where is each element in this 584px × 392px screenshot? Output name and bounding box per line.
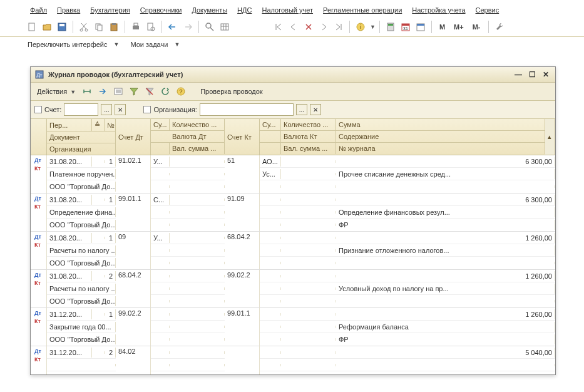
menu-file[interactable]: Файл	[25, 5, 52, 15]
table-row[interactable]: ДтКт31.08.20...1Определение фина...ООО "…	[31, 193, 555, 232]
minimize-button[interactable]: —	[513, 70, 524, 79]
cell-sub-dt	[151, 351, 170, 354]
nav-clear-icon[interactable]	[302, 20, 315, 34]
chevron-down-icon[interactable]: ▼	[114, 41, 120, 48]
menu-catalogs[interactable]: Справочники	[135, 5, 187, 15]
table-row[interactable]: ДтКт31.08.20...2Расчеты по налогу ...ООО…	[31, 270, 555, 308]
table-row[interactable]: ДтКт31.08.20...1Платежное поручен...ООО …	[31, 155, 555, 193]
sort-icon[interactable]: ≙	[92, 119, 105, 131]
actions-button[interactable]: Действия ▼	[34, 86, 78, 96]
memory-m[interactable]: M	[436, 22, 449, 32]
account-clear-button[interactable]: ✕	[115, 104, 126, 115]
col-dt[interactable]: Счет Дт	[116, 119, 151, 155]
redo-icon[interactable]	[181, 20, 195, 34]
cell-num: 2	[105, 348, 116, 358]
col-num[interactable]: №	[105, 119, 116, 131]
filter-bar: Счет: ... ✕ Организация: ... ✕	[31, 101, 555, 119]
grid-body[interactable]: ДтКт31.08.20...1Платежное поручен...ООО …	[31, 155, 555, 374]
cell-sum: 5 040,00	[336, 348, 555, 358]
org-input[interactable]	[200, 103, 294, 116]
filter-icon[interactable]	[127, 85, 141, 98]
switch-interface[interactable]: Переключить интерфейс	[25, 39, 110, 49]
my-tasks[interactable]: Мои задачи	[128, 39, 170, 49]
cal31-icon[interactable]: 31	[399, 20, 412, 34]
nav-last-icon[interactable]	[332, 20, 346, 34]
paste-icon[interactable]	[107, 20, 121, 34]
col-vsum-dt[interactable]: Вал. сумма ...	[170, 143, 225, 154]
open-icon[interactable]	[40, 20, 54, 34]
goto-icon[interactable]	[96, 85, 110, 98]
col-qty2[interactable]: Количество ...	[281, 119, 336, 130]
calendar-icon[interactable]	[414, 20, 428, 34]
memory-mplus[interactable]: M+	[450, 22, 468, 32]
menu-service[interactable]: Сервис	[471, 5, 505, 15]
org-clear-button[interactable]: ✕	[310, 104, 321, 115]
col-kt[interactable]: Счет Кт	[225, 119, 260, 155]
table-icon[interactable]	[218, 20, 232, 34]
nav-prev-icon[interactable]	[287, 20, 300, 34]
new-doc-icon[interactable]	[25, 20, 39, 34]
help-icon[interactable]: ?	[174, 85, 188, 98]
cell-journal: ФР	[336, 220, 555, 230]
check-entries-button[interactable]: Проверка проводок	[198, 86, 265, 96]
cell-sub-kt	[260, 275, 281, 277]
chevron-down-icon[interactable]: ▼	[174, 41, 180, 48]
svg-rect-11	[148, 23, 153, 30]
menu-documents[interactable]: Документы	[187, 5, 232, 15]
col-journal[interactable]: № журнала	[336, 143, 545, 154]
org-select-button[interactable]: ...	[296, 104, 307, 115]
menu-vat[interactable]: НДС	[232, 5, 257, 15]
info-icon[interactable]: i	[354, 20, 367, 34]
filter-off-icon[interactable]	[143, 85, 156, 98]
memory-mminus[interactable]: M-	[469, 22, 484, 32]
print-icon[interactable]	[129, 20, 143, 34]
cell-desc: Прочее списание денежных сред...	[336, 169, 555, 179]
col-org[interactable]: Организация	[47, 143, 116, 155]
col-qty[interactable]: Количество ...	[170, 119, 225, 130]
col-desc[interactable]: Содержание	[336, 131, 545, 142]
preview-icon[interactable]	[144, 20, 158, 34]
maximize-button[interactable]: ☐	[526, 70, 538, 79]
menu-regops[interactable]: Регламентные операции	[318, 5, 407, 15]
menu-tax[interactable]: Налоговый учет	[257, 5, 318, 15]
col-period[interactable]: Пер...	[47, 119, 92, 131]
account-select-button[interactable]: ...	[101, 104, 112, 115]
col-sum[interactable]: Сумма	[336, 119, 545, 130]
svg-rect-8	[112, 23, 116, 25]
menu-accounting[interactable]: Бухгалтерия	[85, 5, 135, 15]
save-icon[interactable]	[55, 20, 69, 34]
account-checkbox[interactable]	[34, 106, 42, 113]
cell-date: 31.08.20...	[47, 157, 92, 167]
col-sub-kt[interactable]: Су...	[260, 119, 281, 130]
col-doc[interactable]: Документ	[47, 132, 116, 143]
table-row[interactable]: ДтКт31.12.20...284.025 040,00	[31, 346, 555, 374]
refresh-icon[interactable]	[158, 85, 172, 98]
copy-icon[interactable]	[92, 20, 106, 34]
menu-edit[interactable]: Правка	[52, 5, 85, 15]
table-row[interactable]: ДтКт31.12.20...1Закрытие года 00...ООО "…	[31, 308, 555, 346]
table-row[interactable]: ДтКт31.08.20...1Расчеты по налогу ...ООО…	[31, 232, 555, 270]
interval-icon[interactable]	[80, 85, 94, 98]
cell-journal	[336, 300, 555, 302]
org-checkbox[interactable]	[143, 106, 151, 113]
col-cur-kt[interactable]: Валюта Кт	[281, 131, 336, 142]
col-vsum-kt[interactable]: Вал. сумма ...	[281, 143, 336, 154]
scroll-up-icon[interactable]: ▴	[545, 119, 555, 155]
close-button[interactable]: ✕	[540, 70, 551, 79]
menu-settings[interactable]: Настройка учета	[407, 5, 470, 15]
cut-icon[interactable]	[77, 20, 91, 34]
svg-rect-9	[133, 26, 139, 29]
info-dropdown-icon[interactable]: ▼	[370, 24, 376, 30]
calc-icon[interactable]	[384, 20, 397, 34]
settings-list-icon[interactable]	[111, 85, 125, 98]
nav-next-icon[interactable]	[317, 20, 330, 34]
nav-first-icon[interactable]	[272, 20, 285, 34]
search-icon[interactable]	[203, 20, 217, 34]
wrench-icon[interactable]	[493, 20, 506, 34]
cell-sub-dt: С...	[151, 195, 170, 205]
col-sub-dt[interactable]: Су...	[151, 119, 170, 130]
col-cur-dt[interactable]: Валюта Дт	[170, 131, 225, 142]
account-input[interactable]	[64, 103, 98, 116]
cell-org: ООО "Торговый До...	[47, 296, 116, 306]
undo-icon[interactable]	[166, 20, 180, 34]
